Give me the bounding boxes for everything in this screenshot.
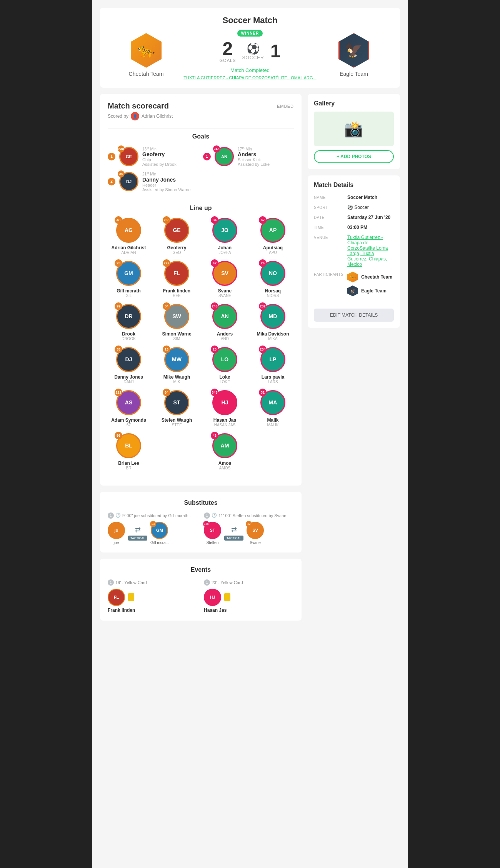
goals-section-title: Goals [108, 133, 294, 140]
detail-row-time: TIME 03:00 PM [314, 225, 394, 230]
goal-type: Header [142, 183, 191, 187]
player-card: SW 34 Simon Warne SIM [156, 304, 198, 341]
gallery-card: Gallery 📸 + ADD PHOTOS [308, 94, 400, 169]
player-card: AG 48 Adrian Gilchrist ADRIAN [108, 218, 150, 255]
goal-minute: 13th Min [142, 146, 177, 151]
player-card: GE 238 Geoferry GEO [156, 218, 198, 255]
team2-icon: 🦅 [345, 42, 362, 58]
goal-num-overlay: 238 [118, 145, 125, 152]
player-card: MA 32 Malik MALIK [252, 390, 294, 427]
team1-hex: 🐆 [131, 33, 162, 68]
player-card: GM 23 Gill mcrath GIL [108, 261, 150, 298]
detail-row-sport: SPORT ⚽ Soccer [314, 205, 394, 210]
date-value: Saturday 27 Jun '20 [347, 215, 390, 220]
player-card: NO 24 Norsaq NIORS [252, 261, 294, 298]
arrows-icon: ⇄ [231, 526, 237, 534]
lineup-title: Line up [108, 205, 294, 212]
main-content: Match scorecard EMBED Scored by 👤 Adrian… [100, 94, 400, 627]
score-block: WINNER 2 GOALS ⚽ SOCCER 1 Match Complete… [183, 30, 317, 80]
embed-button[interactable]: EMBED [277, 104, 294, 108]
goal-minute: 21st Min [142, 171, 191, 176]
scorecard: Match scorecard EMBED Scored by 👤 Adrian… [100, 94, 302, 486]
goal-num-overlay: 35 [118, 170, 125, 177]
match-details-title: Match Details [314, 182, 394, 189]
event-player-name: Frank linden [108, 608, 198, 613]
match-title: Soccer Match [112, 15, 388, 25]
goal-type: Chip [142, 157, 177, 162]
goals-grid: 1 GE 238 13th Min Geoferry Chip Assisted… [108, 146, 294, 192]
scorer-icon: 👤 [131, 112, 139, 120]
team1-score: 2 [220, 40, 236, 58]
event-item: 1 19' : Yellow Card FL Frank linden [108, 579, 198, 613]
clock-icon: 🕐 [115, 513, 121, 518]
player-card [156, 433, 198, 470]
team2-score: 1 [270, 42, 281, 60]
goal-number-badge: 2 [108, 178, 115, 185]
gallery-image: 📸 [314, 112, 394, 146]
substitute-item: 1 🕐 11' 00" Steffen substituted by Svane… [204, 512, 294, 545]
player-card: LO 23 Loke LOKE [204, 347, 246, 384]
name-label: NAME [314, 195, 343, 200]
player-card: AP 67 Aputsiaq APU [252, 218, 294, 255]
goal-type: Scissor Kick [238, 157, 270, 162]
match-location[interactable]: TUXTLA GUTIERREZ - CHIAPA DE CORZOSATÉLI… [183, 75, 317, 80]
substitutes-section: Substitutes 1 🕐 9' 00" joe substituted b… [100, 492, 302, 553]
goal-player: Danny Jones [142, 177, 191, 183]
edit-match-details-button[interactable]: EDIT MATCH DETAILS [314, 309, 394, 322]
goal-player: Anders [238, 151, 270, 157]
player-card: DJ 35 Danny Jones DANj [108, 347, 150, 384]
participant-hex-eagle: 🦅 [347, 285, 358, 296]
scored-by: Scored by 👤 Adrian Gilchrist [108, 112, 294, 120]
match-details-card: Match Details NAME Soccer Match SPORT ⚽ … [308, 175, 400, 328]
goal-player: Geoferry [142, 151, 177, 157]
detail-row-venue: VENUE Tuxtla Gutierrez - Chiapa de Corzo… [314, 235, 394, 267]
player-card: AM 43 Amos AMOS [204, 433, 246, 470]
sport-label: SPORT [314, 205, 343, 210]
player-card: JO 34 Johan JO9HA [204, 218, 246, 255]
goal-item: 2 DJ 35 21st Min Danny Jones Header Assi… [108, 171, 198, 192]
name-value: Soccer Match [347, 195, 377, 200]
time-value: 03:00 PM [347, 225, 367, 230]
sub-in-player: GM 23 Gill mcra... [150, 522, 169, 545]
left-panel: Match scorecard EMBED Scored by 👤 Adrian… [100, 94, 302, 627]
goals-label: GOALS [220, 58, 236, 63]
player-card: HJ 345 Hasan Jas HASAN JAS [204, 390, 246, 427]
event-avatar: HJ [204, 589, 221, 606]
arrows-icon: ⇄ [135, 526, 141, 534]
player-card: DR 99 Drook DROOK [108, 304, 150, 341]
team1-block: 🐆 Cheetah Team [112, 33, 181, 77]
goal-info: 21st Min Danny Jones Header Assisted by … [142, 171, 191, 192]
scored-by-label: Scored by [108, 114, 128, 119]
participants-label: PARTICIPANTS [314, 272, 343, 277]
substitute-item: 1 🕐 9' 00" joe substituted by Gill mcrat… [108, 512, 198, 545]
goal-avatar-wrap: GE 238 [119, 147, 138, 166]
substitutes-row: 1 🕐 9' 00" joe substituted by Gill mcrat… [108, 512, 294, 545]
events-title: Events [108, 566, 294, 573]
substitution-arrows: ⇄ TACTICAL [224, 526, 243, 541]
goal-avatar-wrap: AN 245 [215, 147, 234, 166]
event-player-name: Hasan Jas [204, 608, 294, 613]
sport-label: SOCCER [242, 55, 264, 60]
venue-value[interactable]: Tuxtla Gutierrez - Chiapa de CorzoSatéli… [347, 235, 394, 267]
goal-minute: 17th Min [238, 146, 270, 151]
goal-info: 17th Min Anders Scissor Kick Assisted by… [238, 146, 270, 167]
substitution-arrows: ⇄ TACTICAL [128, 526, 147, 541]
participant-hex-cheetah: 🐆 [347, 272, 358, 282]
participant-team2-name: Eagle Team [361, 288, 387, 294]
add-photos-button[interactable]: + ADD PHOTOS [314, 150, 394, 163]
date-label: DATE [314, 215, 343, 220]
goal-assist: Assisted by Drook [142, 162, 177, 167]
events-section: Events 1 19' : Yellow Card FL [100, 559, 302, 621]
player-card: MW 13 Mike Waugh MIK [156, 347, 198, 384]
player-card: AN 245 Anders AND [204, 304, 246, 341]
team2-name: Eagle Team [340, 71, 368, 77]
participants-list: 🐆 Cheetah Team 🦅 Eagle Team [347, 272, 392, 299]
time-label: TIME [314, 225, 343, 230]
scorecard-title: Match scorecard [108, 102, 169, 110]
event-avatar: FL [108, 589, 125, 606]
detail-row-name: NAME Soccer Match [314, 195, 394, 200]
player-card: SV 42 Svane SVANE [204, 261, 246, 298]
right-panel: Gallery 📸 + ADD PHOTOS Match Details NAM… [308, 94, 400, 627]
yellow-card-icon [128, 593, 134, 601]
event-item: 1 23' : Yellow Card HJ Hasan Jas [204, 579, 294, 613]
